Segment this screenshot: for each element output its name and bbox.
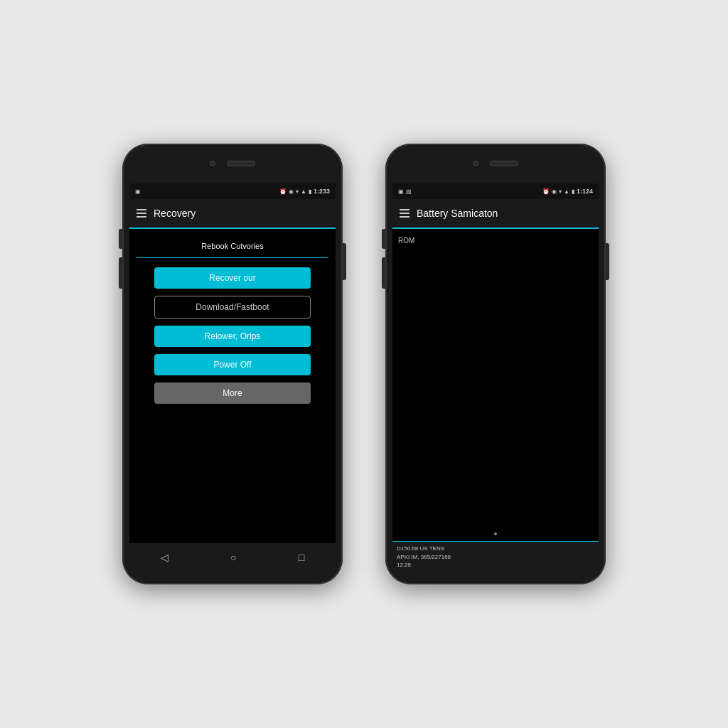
more-button[interactable]: More — [154, 382, 311, 404]
phone2-alarm-icon: ⏰ — [542, 188, 550, 195]
phone2-status-left: ▣ ▨ — [398, 188, 412, 195]
phone2-battery-icon: ▮ — [572, 188, 574, 195]
volume-up-button[interactable] — [119, 257, 122, 289]
phone-2-top-bezel — [385, 151, 606, 176]
bottom-info-line2: APKI IM, 365/227168 — [397, 553, 594, 561]
power-button[interactable] — [343, 243, 346, 280]
nav-bar: ◁ ○ □ — [129, 543, 336, 572]
app-bar: Recovery — [129, 199, 336, 229]
phone2-notif-icon: ▣ — [398, 188, 404, 195]
phone2-content: ROM — [392, 229, 599, 541]
location-icon: ◉ — [289, 188, 294, 195]
phone2-wifi-icon: ▾ — [559, 188, 562, 195]
phone2-sd-icon: ▨ — [406, 188, 412, 195]
status-left-icons: ▣ — [135, 188, 141, 195]
section-title: Rebook Cutvories — [136, 236, 328, 256]
phone-1: ▣ ⏰ ◉ ▾ ▲ ▮ 1:233 Recovery Rebook Cutvor… — [122, 144, 343, 584]
phone2-app-title: Battery Samicaton — [417, 208, 498, 219]
bottom-info-bar: D150:68 US TENS APKI IM, 365/227168 12:2… — [392, 541, 599, 572]
volume-down-button[interactable] — [119, 229, 122, 249]
recover-button[interactable]: Recover our — [154, 267, 311, 289]
status-bar: ▣ ⏰ ◉ ▾ ▲ ▮ 1:233 — [129, 183, 336, 199]
bottom-info-line1: D150:68 US TENS — [397, 545, 594, 552]
dot-indicator — [494, 532, 497, 535]
phone-top-bezel — [122, 151, 343, 176]
phone2-app-bar: Battery Samicaton — [392, 199, 599, 229]
wifi-icon: ▾ — [296, 188, 299, 195]
phone-2-screen: ▣ ▨ ⏰ ◉ ▾ ▲ ▮ 1:124 Battery Samicaton RO… — [392, 183, 599, 572]
relower-orips-button[interactable]: Relower, Orips — [154, 326, 311, 347]
phone2-hamburger-menu[interactable] — [400, 209, 410, 218]
phone-1-screen: ▣ ⏰ ◉ ▾ ▲ ▮ 1:233 Recovery Rebook Cutvor… — [129, 183, 336, 572]
speaker-grille-2 — [490, 161, 518, 166]
phone2-status-right: ⏰ ◉ ▾ ▲ ▮ 1:124 — [542, 188, 593, 195]
signal-icon: ▲ — [301, 188, 306, 195]
phone2-volume-up[interactable] — [382, 257, 385, 289]
camera-dot — [210, 161, 215, 166]
alarm-icon: ⏰ — [279, 188, 287, 195]
rom-label: ROM — [398, 237, 414, 245]
back-button[interactable]: ◁ — [161, 552, 168, 563]
divider — [136, 257, 328, 258]
status-time: 1:233 — [314, 188, 330, 195]
phone2-signal-icon: ▲ — [564, 188, 569, 195]
phone2-status-bar: ▣ ▨ ⏰ ◉ ▾ ▲ ▮ 1:124 — [392, 183, 599, 199]
hamburger-menu[interactable] — [136, 209, 146, 218]
status-right-icons: ⏰ ◉ ▾ ▲ ▮ 1:233 — [279, 188, 330, 195]
power-off-button[interactable]: Power Off — [154, 354, 311, 375]
home-button[interactable]: ○ — [230, 552, 236, 563]
phone2-volume-down[interactable] — [382, 229, 385, 249]
phone2-location-icon: ◉ — [552, 188, 557, 195]
phone-2: ▣ ▨ ⏰ ◉ ▾ ▲ ▮ 1:124 Battery Samicaton RO… — [385, 144, 606, 584]
download-fastboot-button[interactable]: Download/Fastboot — [154, 296, 311, 318]
speaker-grille — [227, 161, 255, 166]
notification-icon: ▣ — [135, 188, 141, 195]
app-title: Recovery — [154, 208, 196, 219]
phone2-status-time: 1:124 — [577, 188, 593, 195]
camera-dot-2 — [473, 161, 478, 166]
phone-1-content: Rebook Cutvories Recover our Download/Fa… — [129, 229, 336, 543]
phone2-power[interactable] — [606, 243, 609, 280]
battery-icon: ▮ — [309, 188, 311, 195]
bottom-info-line3: 12:28 — [397, 561, 594, 569]
recent-button[interactable]: □ — [299, 552, 304, 563]
